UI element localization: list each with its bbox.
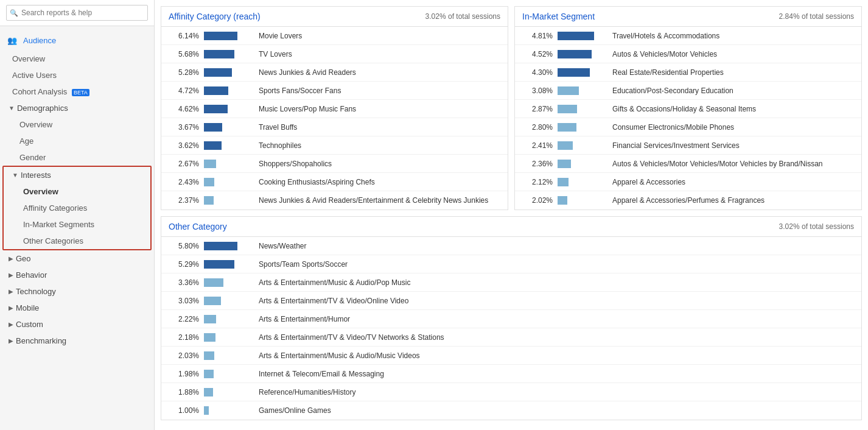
affinity-panel-subtitle: 3.02% of total sessions [425, 12, 500, 21]
pct-value: 4.30% [522, 68, 553, 77]
table-row: 3.08%Education/Post-Secondary Education [515, 82, 861, 100]
affinity-panel: Affinity Category (reach) 3.02% of total… [161, 6, 508, 210]
sidebar-item-geo[interactable]: ▶ Geo [0, 250, 154, 267]
table-row: 2.43%Cooking Enthusiasts/Aspiring Chefs [161, 173, 508, 191]
sidebar-item-active-users[interactable]: Active Users [0, 67, 154, 83]
item-label: Reference/Humanities/History [259, 388, 854, 397]
bar [204, 105, 228, 113]
sidebar-item-technology[interactable]: ▶ Technology [0, 283, 154, 300]
sidebar-item-demo-age[interactable]: Age [0, 133, 154, 149]
sidebar-item-interests[interactable]: ▼ Interests [4, 167, 150, 183]
affinity-categories-label: Affinity Categories [23, 203, 87, 213]
behavior-label: Behavior [16, 270, 47, 280]
mobile-arrow: ▶ [9, 305, 13, 311]
item-label: Autos & Vehicles/Motor Vehicles [612, 50, 854, 58]
interests-section: ▼ Interests Overview Affinity Categories… [2, 166, 152, 250]
table-row: 4.30%Real Estate/Residential Properties [515, 63, 861, 82]
item-label: Arts & Entertainment/Music & Audio/Music… [259, 351, 854, 360]
bar-container [558, 123, 606, 132]
bar-container [204, 86, 253, 95]
bar-container [558, 86, 606, 95]
bar-container [204, 333, 253, 342]
item-label: Arts & Entertainment/Humor [259, 315, 854, 323]
table-row: 3.03%Arts & Entertainment/TV & Video/Onl… [161, 292, 861, 310]
bar [204, 160, 216, 168]
table-row: 6.14%Movie Lovers [161, 27, 508, 45]
sidebar-item-interests-overview[interactable]: Overview [4, 183, 150, 200]
interests-label: Interests [21, 171, 51, 180]
sidebar-item-other-categories[interactable]: Other Categories [4, 233, 150, 249]
table-row: 2.02%Apparel & Accessories/Perfumes & Fr… [515, 191, 861, 210]
table-row: 4.72%Sports Fans/Soccer Fans [161, 82, 508, 100]
bar [204, 351, 214, 360]
pct-value: 2.43% [169, 178, 199, 186]
bar [204, 123, 222, 132]
sidebar-item-affinity-categories[interactable]: Affinity Categories [4, 200, 150, 216]
item-label: Financial Services/Investment Services [612, 141, 854, 150]
pct-value: 5.80% [169, 242, 199, 250]
table-row: 4.52%Autos & Vehicles/Motor Vehicles [515, 45, 861, 63]
sidebar-item-mobile[interactable]: ▶ Mobile [0, 300, 154, 316]
sidebar-collapse-handle[interactable]: ◀ [154, 215, 155, 233]
other-panel: Other Category 3.02% of total sessions 5… [161, 216, 862, 420]
item-label: Arts & Entertainment/TV & Video/Online V… [259, 297, 854, 305]
sidebar-item-benchmarking[interactable]: ▶ Benchmarking [0, 333, 154, 349]
item-label: Sports/Team Sports/Soccer [259, 260, 854, 269]
pct-value: 2.67% [169, 160, 199, 168]
search-input[interactable] [6, 5, 148, 21]
item-label: Arts & Entertainment/Music & Audio/Pop M… [259, 278, 854, 287]
item-label: News Junkies & Avid Readers [259, 68, 500, 77]
bar-container [204, 297, 253, 305]
bar [204, 406, 209, 415]
bar-container [558, 32, 606, 40]
table-row: 4.62%Music Lovers/Pop Music Fans [161, 100, 508, 118]
bar [204, 370, 214, 378]
sidebar-item-inmarket-segments[interactable]: In-Market Segments [4, 216, 150, 233]
bar [558, 178, 569, 186]
table-row: 5.29%Sports/Team Sports/Soccer [161, 255, 861, 273]
table-row: 2.41%Financial Services/Investment Servi… [515, 136, 861, 155]
sidebar-item-behavior[interactable]: ▶ Behavior [0, 267, 154, 283]
bar [204, 388, 213, 397]
pct-value: 6.14% [169, 32, 199, 40]
item-label: Gifts & Occasions/Holiday & Seasonal Ite… [612, 105, 854, 113]
table-row: 2.03%Arts & Entertainment/Music & Audio/… [161, 347, 861, 365]
active-users-label: Active Users [12, 71, 57, 80]
other-panel-title: Other Category [169, 222, 227, 231]
bar [558, 160, 571, 168]
item-label: Real Estate/Residential Properties [612, 68, 854, 77]
table-row: 1.98%Internet & Telecom/Email & Messagin… [161, 365, 861, 383]
inmarket-panel: In-Market Segment 2.84% of total session… [514, 6, 862, 210]
bar [204, 178, 214, 186]
bar [204, 50, 234, 58]
bar [204, 315, 216, 323]
pct-value: 1.88% [169, 388, 199, 397]
sidebar-item-custom[interactable]: ▶ Custom [0, 316, 154, 333]
bar-container [204, 196, 253, 205]
item-label: Music Lovers/Pop Music Fans [259, 105, 500, 113]
bar [558, 50, 592, 58]
audience-label: Audience [23, 36, 56, 45]
pct-value: 2.22% [169, 315, 199, 323]
pct-value: 4.52% [522, 50, 553, 58]
pct-value: 3.03% [169, 297, 199, 305]
item-label: Travel Buffs [259, 123, 500, 132]
bar-container [204, 178, 253, 186]
audience-icon: 👥 [6, 34, 18, 46]
sidebar-item-demo-gender[interactable]: Gender [0, 149, 154, 166]
bar-container [204, 406, 253, 415]
sidebar-item-cohort[interactable]: Cohort Analysis BETA [0, 83, 154, 100]
sidebar-item-demographics[interactable]: ▼ Demographics [0, 100, 154, 116]
sidebar-item-audience[interactable]: 👥 Audience [0, 30, 154, 51]
item-label: News/Weather [259, 242, 854, 250]
sidebar-item-demo-overview[interactable]: Overview [0, 116, 154, 133]
bar [558, 141, 573, 150]
geo-label: Geo [16, 254, 31, 263]
sidebar-item-overview[interactable]: Overview [0, 51, 154, 67]
bar-container [204, 315, 253, 323]
pct-value: 4.62% [169, 105, 199, 113]
custom-label: Custom [16, 320, 43, 329]
pct-value: 4.72% [169, 86, 199, 95]
item-label: Sports Fans/Soccer Fans [259, 86, 500, 95]
table-row: 4.81%Travel/Hotels & Accommodations [515, 27, 861, 45]
